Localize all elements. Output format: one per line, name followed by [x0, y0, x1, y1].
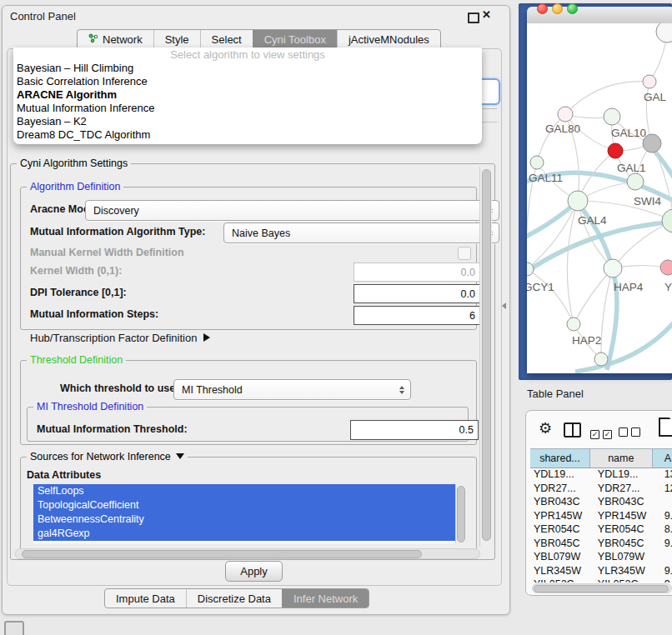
- network-node-gal4[interactable]: [568, 191, 588, 211]
- algorithm-option-dream8-dc-tdc-algorithm[interactable]: Dream8 DC_TDC Algorithm: [13, 128, 482, 142]
- close-panel-icon[interactable]: ✕: [482, 8, 491, 21]
- application-root: Control Panel ✕ NetworkStyleSelectCyni T…: [0, 0, 672, 635]
- network-node-gal11[interactable]: [530, 156, 544, 169]
- manual-kernel-width-checkbox[interactable]: [458, 247, 471, 260]
- network-canvas[interactable]: GALGAL80GAL10GAL1GAL11SWI4GAL4GCY1HAP4YH…: [527, 23, 672, 373]
- scrollbar-thumb[interactable]: [534, 585, 669, 592]
- tab-jactivemnodules[interactable]: jActiveMNodules: [337, 30, 440, 49]
- scrollbar-thumb[interactable]: [22, 550, 422, 558]
- attribute-item-gal4rgexp[interactable]: gal4RGexp: [33, 527, 455, 541]
- window-close-icon[interactable]: [537, 3, 548, 14]
- mi-steps-field[interactable]: 6: [354, 306, 480, 325]
- kernel-width-field[interactable]: 0.0: [354, 262, 480, 282]
- network-node-gal10[interactable]: [604, 108, 620, 125]
- network-node-gal80[interactable]: [558, 107, 573, 122]
- algorithm-option-bayesian-k2[interactable]: Bayesian – K2: [13, 115, 482, 128]
- settings-vertical-scrollbar[interactable]: [479, 167, 492, 547]
- network-node-bigr[interactable]: [662, 209, 672, 232]
- table-cell: YPR145W: [594, 509, 661, 523]
- network-edge[interactable]: [574, 268, 613, 324]
- network-node-hap4[interactable]: [604, 259, 622, 278]
- table-row[interactable]: YBL079WYBL079W: [530, 550, 672, 564]
- scrollbar-thumb[interactable]: [457, 486, 465, 542]
- apply-button[interactable]: Apply: [225, 561, 283, 582]
- deselect-all-checkboxes-icon[interactable]: [619, 425, 644, 440]
- network-node-gal[interactable]: [643, 75, 656, 88]
- mi-steps-label: Mutual Information Steps:: [30, 306, 158, 323]
- table-row[interactable]: YDL19...YDL19...13: [530, 468, 672, 482]
- algorithm-option-aracne-algorithm[interactable]: ARACNE Algorithm: [13, 88, 482, 102]
- network-node-hap2[interactable]: [567, 318, 580, 331]
- mi-threshold-label: Mutual Information Threshold:: [37, 420, 188, 438]
- table-settings-gear-icon[interactable]: ⚙: [539, 421, 552, 436]
- tab-impute-data[interactable]: Impute Data: [105, 589, 186, 608]
- table-cell: 8.: [661, 522, 672, 537]
- network-window-titlebar[interactable]: [527, 7, 672, 24]
- network-node-swi4[interactable]: [627, 173, 644, 190]
- mi-algorithm-type-select[interactable]: Naive Bayes: [223, 222, 499, 243]
- tab-infer-network[interactable]: Infer Network: [282, 589, 369, 608]
- aracne-mode-select[interactable]: Discovery: [85, 200, 499, 221]
- network-node-nbot[interactable]: [594, 352, 608, 366]
- attribute-list-scrollbar[interactable]: [455, 484, 466, 543]
- window-minimize-icon[interactable]: [552, 3, 563, 14]
- column-layout-icon[interactable]: [564, 422, 581, 438]
- window-zoom-icon[interactable]: [567, 3, 578, 14]
- tab-label: Select: [212, 33, 242, 46]
- table-row[interactable]: YDR27...YDR27...12: [530, 482, 672, 496]
- tab-discretize-data[interactable]: Discretize Data: [186, 589, 282, 608]
- network-edge[interactable]: [527, 269, 574, 324]
- select-all-checkboxes-icon[interactable]: ✓✓: [590, 425, 615, 440]
- column-header-shared[interactable]: shared...: [530, 449, 590, 468]
- docked-panel-icon[interactable]: [4, 621, 24, 635]
- attribute-item-topologicalcoefficient[interactable]: TopologicalCoefficient: [33, 498, 455, 512]
- panel-splitter-handle[interactable]: [502, 302, 506, 309]
- attribute-item-betweennesscentrality[interactable]: BetweennessCentrality: [33, 512, 455, 527]
- combo-spinner-icon: [399, 386, 404, 394]
- network-node-label: GAL: [644, 91, 667, 103]
- export-table-icon[interactable]: [659, 418, 672, 437]
- tab-style[interactable]: Style: [153, 30, 200, 49]
- settings-horizontal-scrollbar[interactable]: [15, 548, 480, 559]
- network-node-label: GAL1: [617, 162, 646, 174]
- table-body[interactable]: YDL19...YDL19...13YDR27...YDR27...12YBR0…: [530, 468, 672, 582]
- dpi-tolerance-field[interactable]: 0.0: [354, 284, 480, 303]
- table-horizontal-scrollbar[interactable]: [532, 583, 672, 593]
- which-threshold-select[interactable]: MI Threshold: [173, 379, 411, 400]
- background-groupbox-line: [482, 122, 497, 122]
- table-cell: [661, 550, 672, 564]
- algorithm-option-basic-correlation-inference[interactable]: Basic Correlation Inference: [13, 75, 482, 88]
- table-row[interactable]: YBR045CYBR045C9.: [530, 537, 672, 551]
- sources-legend[interactable]: Sources for Network Inference: [27, 451, 188, 462]
- mi-algorithm-type-value: Naive Bayes: [232, 228, 290, 239]
- network-node-gal1[interactable]: [608, 143, 623, 158]
- dpi-tolerance-label: DPI Tolerance [0,1]:: [30, 284, 127, 302]
- table-cell: YBR045C: [530, 537, 594, 551]
- algorithm-option-mutual-information-inference[interactable]: Mutual Information Inference: [13, 102, 482, 115]
- attribute-item-selfloops[interactable]: SelfLoops: [33, 484, 455, 498]
- table-row[interactable]: YLR345WYLR345W9.: [530, 564, 672, 578]
- column-header-a[interactable]: A: [653, 449, 672, 468]
- network-node-label: HAP4: [614, 281, 644, 293]
- table-row[interactable]: YIL052CYIL052C9.: [530, 578, 672, 582]
- scrollbar-thumb[interactable]: [482, 169, 491, 541]
- column-header-name[interactable]: name: [590, 449, 653, 468]
- tab-cyni-toolbox[interactable]: Cyni Toolbox: [253, 30, 337, 49]
- cyni-algorithm-settings-legend: Cyni Algorithm Settings: [17, 158, 131, 169]
- hub-definition-toggle[interactable]: Hub/Transcription Factor Definition: [30, 332, 210, 344]
- table-row[interactable]: YBR043CYBR043C: [530, 495, 672, 509]
- table-row[interactable]: YPR145WYPR145W9.: [530, 509, 672, 523]
- tab-network[interactable]: Network: [78, 30, 153, 49]
- network-edge[interactable]: [537, 114, 565, 162]
- float-panel-icon[interactable]: [468, 12, 479, 23]
- network-node-y[interactable]: [660, 260, 672, 275]
- tab-select[interactable]: Select: [200, 30, 253, 49]
- table-cell: 13: [661, 468, 672, 482]
- algorithm-dropdown-popup: Select algorithm to view settings Bayesi…: [13, 48, 482, 144]
- data-attributes-list[interactable]: SelfLoopsTopologicalCoefficientBetweenne…: [33, 484, 455, 543]
- tab-label: Network: [103, 33, 143, 46]
- mi-threshold-field[interactable]: 0.5: [350, 420, 479, 440]
- table-row[interactable]: YER054CYER054C8.: [530, 522, 672, 537]
- algorithm-option-bayesian-hill-climbing[interactable]: Bayesian – Hill Climbing: [13, 62, 482, 75]
- network-node-ntop[interactable]: [656, 23, 672, 42]
